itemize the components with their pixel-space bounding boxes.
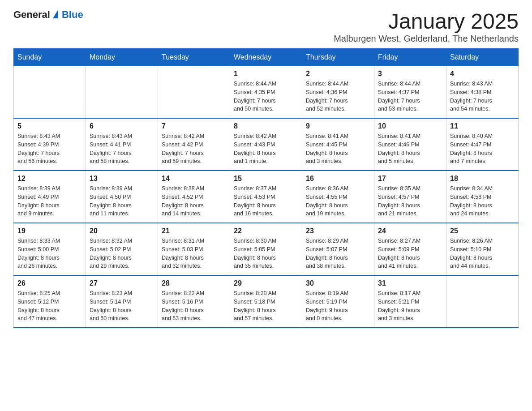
table-row: 26Sunrise: 8:25 AM Sunset: 5:12 PM Dayli…	[14, 275, 86, 328]
day-info: Sunrise: 8:29 AM Sunset: 5:07 PM Dayligh…	[306, 237, 370, 270]
day-number: 9	[306, 122, 370, 130]
day-info: Sunrise: 8:43 AM Sunset: 4:38 PM Dayligh…	[450, 80, 515, 113]
table-row: 22Sunrise: 8:30 AM Sunset: 5:05 PM Dayli…	[230, 223, 302, 275]
logo-text-general: General	[13, 9, 50, 21]
day-info: Sunrise: 8:39 AM Sunset: 4:49 PM Dayligh…	[17, 184, 82, 218]
table-row: 20Sunrise: 8:32 AM Sunset: 5:02 PM Dayli…	[86, 223, 158, 275]
col-monday: Monday	[86, 49, 158, 66]
day-info: Sunrise: 8:25 AM Sunset: 5:12 PM Dayligh…	[17, 289, 82, 323]
table-row: 1Sunrise: 8:44 AM Sunset: 4:35 PM Daylig…	[230, 66, 302, 119]
month-title: January 2025	[334, 9, 519, 34]
day-number: 3	[378, 70, 442, 78]
day-number: 20	[90, 227, 154, 235]
day-info: Sunrise: 8:38 AM Sunset: 4:52 PM Dayligh…	[162, 184, 226, 218]
day-info: Sunrise: 8:41 AM Sunset: 4:46 PM Dayligh…	[378, 132, 442, 166]
day-info: Sunrise: 8:32 AM Sunset: 5:02 PM Dayligh…	[90, 237, 154, 270]
logo-triangle-icon	[53, 9, 58, 18]
day-info: Sunrise: 8:19 AM Sunset: 5:19 PM Dayligh…	[306, 289, 370, 323]
day-number: 26	[17, 279, 82, 287]
day-info: Sunrise: 8:20 AM Sunset: 5:18 PM Dayligh…	[234, 289, 298, 323]
table-row: 17Sunrise: 8:35 AM Sunset: 4:57 PM Dayli…	[374, 171, 446, 223]
calendar-week-row: 1Sunrise: 8:44 AM Sunset: 4:35 PM Daylig…	[14, 66, 519, 119]
table-row: 8Sunrise: 8:42 AM Sunset: 4:43 PM Daylig…	[230, 118, 302, 171]
col-thursday: Thursday	[302, 49, 374, 66]
day-number: 10	[378, 122, 442, 130]
col-saturday: Saturday	[446, 49, 519, 66]
calendar-week-row: 12Sunrise: 8:39 AM Sunset: 4:49 PM Dayli…	[14, 171, 519, 223]
day-info: Sunrise: 8:37 AM Sunset: 4:53 PM Dayligh…	[234, 184, 298, 218]
day-info: Sunrise: 8:40 AM Sunset: 4:47 PM Dayligh…	[450, 132, 515, 166]
day-info: Sunrise: 8:44 AM Sunset: 4:37 PM Dayligh…	[378, 80, 442, 113]
day-info: Sunrise: 8:43 AM Sunset: 4:41 PM Dayligh…	[90, 132, 154, 166]
day-info: Sunrise: 8:27 AM Sunset: 5:09 PM Dayligh…	[378, 237, 442, 270]
day-info: Sunrise: 8:34 AM Sunset: 4:58 PM Dayligh…	[450, 184, 515, 218]
day-number: 15	[234, 175, 298, 183]
day-info: Sunrise: 8:39 AM Sunset: 4:50 PM Dayligh…	[90, 184, 154, 218]
day-info: Sunrise: 8:44 AM Sunset: 4:36 PM Dayligh…	[306, 80, 370, 113]
day-info: Sunrise: 8:44 AM Sunset: 4:35 PM Dayligh…	[234, 80, 298, 113]
table-row: 11Sunrise: 8:40 AM Sunset: 4:47 PM Dayli…	[446, 118, 519, 171]
day-number: 5	[17, 122, 82, 130]
page-header: General Blue January 2025 Malburgen West…	[13, 9, 519, 44]
table-row	[158, 66, 230, 119]
table-row: 7Sunrise: 8:42 AM Sunset: 4:42 PM Daylig…	[158, 118, 230, 171]
table-row: 15Sunrise: 8:37 AM Sunset: 4:53 PM Dayli…	[230, 171, 302, 223]
table-row: 19Sunrise: 8:33 AM Sunset: 5:00 PM Dayli…	[14, 223, 86, 275]
table-row: 3Sunrise: 8:44 AM Sunset: 4:37 PM Daylig…	[374, 66, 446, 119]
day-info: Sunrise: 8:17 AM Sunset: 5:21 PM Dayligh…	[378, 289, 442, 323]
day-number: 22	[234, 227, 298, 235]
table-row: 23Sunrise: 8:29 AM Sunset: 5:07 PM Dayli…	[302, 223, 374, 275]
day-number: 4	[450, 70, 515, 78]
day-number: 14	[162, 175, 226, 183]
day-info: Sunrise: 8:31 AM Sunset: 5:03 PM Dayligh…	[162, 237, 226, 270]
table-row: 4Sunrise: 8:43 AM Sunset: 4:38 PM Daylig…	[446, 66, 519, 119]
table-row	[14, 66, 86, 119]
day-number: 29	[234, 279, 298, 287]
table-row: 28Sunrise: 8:22 AM Sunset: 5:16 PM Dayli…	[158, 275, 230, 328]
col-friday: Friday	[374, 49, 446, 66]
day-number: 23	[306, 227, 370, 235]
calendar-week-row: 19Sunrise: 8:33 AM Sunset: 5:00 PM Dayli…	[14, 223, 519, 275]
day-number: 30	[306, 279, 370, 287]
day-number: 1	[234, 70, 298, 78]
day-number: 18	[450, 175, 515, 183]
day-number: 31	[378, 279, 442, 287]
table-row: 30Sunrise: 8:19 AM Sunset: 5:19 PM Dayli…	[302, 275, 374, 328]
day-info: Sunrise: 8:35 AM Sunset: 4:57 PM Dayligh…	[378, 184, 442, 218]
table-row: 6Sunrise: 8:43 AM Sunset: 4:41 PM Daylig…	[86, 118, 158, 171]
col-sunday: Sunday	[14, 49, 86, 66]
table-row: 29Sunrise: 8:20 AM Sunset: 5:18 PM Dayli…	[230, 275, 302, 328]
table-row	[446, 275, 519, 328]
day-number: 16	[306, 175, 370, 183]
col-wednesday: Wednesday	[230, 49, 302, 66]
table-row: 9Sunrise: 8:41 AM Sunset: 4:45 PM Daylig…	[302, 118, 374, 171]
table-row: 14Sunrise: 8:38 AM Sunset: 4:52 PM Dayli…	[158, 171, 230, 223]
day-number: 8	[234, 122, 298, 130]
logo: General Blue	[13, 9, 83, 21]
table-row: 5Sunrise: 8:43 AM Sunset: 4:39 PM Daylig…	[14, 118, 86, 171]
table-row: 31Sunrise: 8:17 AM Sunset: 5:21 PM Dayli…	[374, 275, 446, 328]
logo-text-blue: Blue	[62, 9, 83, 21]
day-info: Sunrise: 8:33 AM Sunset: 5:00 PM Dayligh…	[17, 237, 82, 270]
day-info: Sunrise: 8:30 AM Sunset: 5:05 PM Dayligh…	[234, 237, 298, 270]
table-row: 2Sunrise: 8:44 AM Sunset: 4:36 PM Daylig…	[302, 66, 374, 119]
table-row: 13Sunrise: 8:39 AM Sunset: 4:50 PM Dayli…	[86, 171, 158, 223]
table-row: 27Sunrise: 8:23 AM Sunset: 5:14 PM Dayli…	[86, 275, 158, 328]
day-number: 28	[162, 279, 226, 287]
day-info: Sunrise: 8:42 AM Sunset: 4:42 PM Dayligh…	[162, 132, 226, 166]
day-number: 6	[90, 122, 154, 130]
col-tuesday: Tuesday	[158, 49, 230, 66]
location-subtitle: Malburgen West, Gelderland, The Netherla…	[334, 34, 519, 44]
table-row: 16Sunrise: 8:36 AM Sunset: 4:55 PM Dayli…	[302, 171, 374, 223]
day-number: 25	[450, 227, 515, 235]
calendar-header-row: Sunday Monday Tuesday Wednesday Thursday…	[14, 49, 519, 66]
day-number: 2	[306, 70, 370, 78]
day-info: Sunrise: 8:26 AM Sunset: 5:10 PM Dayligh…	[450, 237, 515, 270]
table-row: 12Sunrise: 8:39 AM Sunset: 4:49 PM Dayli…	[14, 171, 86, 223]
table-row: 24Sunrise: 8:27 AM Sunset: 5:09 PM Dayli…	[374, 223, 446, 275]
day-number: 11	[450, 122, 515, 130]
table-row	[86, 66, 158, 119]
day-info: Sunrise: 8:41 AM Sunset: 4:45 PM Dayligh…	[306, 132, 370, 166]
calendar-table: Sunday Monday Tuesday Wednesday Thursday…	[13, 48, 519, 328]
table-row: 18Sunrise: 8:34 AM Sunset: 4:58 PM Dayli…	[446, 171, 519, 223]
